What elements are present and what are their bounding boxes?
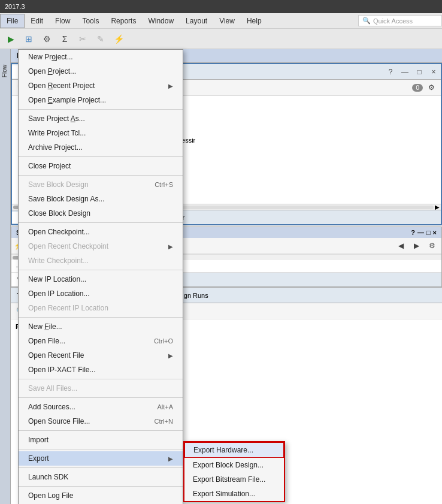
sep12 <box>19 486 183 487</box>
sep2 <box>19 156 183 157</box>
menu-write-project-tcl[interactable]: Write Project Tcl... <box>19 126 183 140</box>
menu-open-log-file[interactable]: Open Log File <box>19 488 183 503</box>
menu-open-recent-checkpoint[interactable]: Open Recent Checkpoint▶ <box>19 239 183 253</box>
sep8 <box>19 397 183 398</box>
export-simulation-item[interactable]: Export Simulation... <box>184 487 284 501</box>
menu-save-all-files[interactable]: Save All Files... <box>19 381 183 396</box>
sep3 <box>19 175 183 176</box>
export-submenu: Export Hardware... Export Block Design..… <box>183 441 285 502</box>
menu-close-block-design[interactable]: Close Block Design <box>19 206 183 221</box>
menu-write-checkpoint[interactable]: Write Checkpoint... <box>19 253 183 268</box>
export-hardware-item[interactable]: Export Hardware... <box>184 442 284 458</box>
menu-open-project[interactable]: Open Project... <box>19 64 183 79</box>
menu-save-block-design[interactable]: Save Block DesignCtrl+S <box>19 177 183 192</box>
menu-open-ip-location[interactable]: Open IP Location... <box>19 286 183 301</box>
menu-launch-sdk[interactable]: Launch SDK <box>19 470 183 484</box>
menu-open-example-project[interactable]: Open Example Project... <box>19 93 183 107</box>
sep7 <box>19 379 183 379</box>
menu-export[interactable]: Export▶ <box>19 451 183 466</box>
menu-add-sources[interactable]: Add Sources...Alt+A <box>19 400 183 414</box>
file-menu: New Project... Open Project... Open Rece… <box>18 49 183 504</box>
menu-open-recent-ip-location[interactable]: Open Recent IP Location <box>19 301 183 315</box>
menu-save-block-design-as[interactable]: Save Block Design As... <box>19 192 183 206</box>
menu-new-file[interactable]: New File... <box>19 319 183 334</box>
sep1 <box>19 109 183 110</box>
menu-open-checkpoint[interactable]: Open Checkpoint... <box>19 225 183 239</box>
menu-open-file[interactable]: Open File...Ctrl+O <box>19 334 183 348</box>
sep11 <box>19 467 183 468</box>
menu-new-project[interactable]: New Project... <box>19 50 183 64</box>
menu-overlay: New Project... Open Project... Open Rece… <box>0 0 442 504</box>
export-block-design-item[interactable]: Export Block Design... <box>184 458 284 472</box>
menu-open-recent-project[interactable]: Open Recent Project▶ <box>19 79 183 93</box>
sep4 <box>19 222 183 223</box>
sep9 <box>19 430 183 431</box>
sep5 <box>19 270 183 270</box>
menu-open-source-file[interactable]: Open Source File...Ctrl+N <box>19 414 183 428</box>
sep10 <box>19 449 183 449</box>
menu-open-ip-xact[interactable]: Open IP-XACT File... <box>19 363 183 377</box>
menu-open-recent-file[interactable]: Open Recent File▶ <box>19 348 183 363</box>
menu-save-project-as[interactable]: Save Project As... <box>19 111 183 126</box>
menu-import[interactable]: Import <box>19 433 183 447</box>
sep6 <box>19 317 183 318</box>
export-bitstream-item[interactable]: Export Bitstream File... <box>184 472 284 487</box>
menu-close-project[interactable]: Close Project <box>19 159 183 173</box>
menu-new-ip-location[interactable]: New IP Location... <box>19 272 183 286</box>
menu-archive-project[interactable]: Archive Project... <box>19 140 183 155</box>
